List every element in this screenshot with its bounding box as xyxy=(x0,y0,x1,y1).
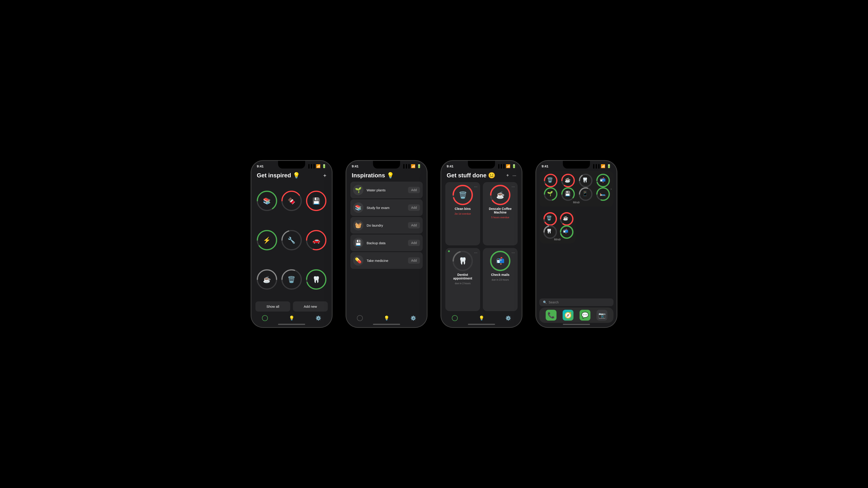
insp-icon-0: 🌱 xyxy=(353,185,364,195)
insp-label-1: Study for exam xyxy=(367,206,405,210)
habit-item-6[interactable]: ☕ xyxy=(255,261,278,298)
nav-bulb-3[interactable]: 💡 xyxy=(479,315,485,321)
habit-emoji-4: 🔧 xyxy=(287,236,296,244)
widget-item-widget-grid-large-2: 🦷 xyxy=(577,174,593,186)
nav-gear-1[interactable]: ⚙️ xyxy=(315,315,321,321)
insp-add-btn-1[interactable]: Add xyxy=(408,204,420,211)
task-card-0[interactable]: ··· 🗑️ Clean bins 2w 1d overdue xyxy=(445,182,480,246)
insp-icon-3: 💾 xyxy=(353,238,364,248)
p3-dots-btn[interactable]: ··· xyxy=(513,173,516,178)
habit-emoji-7: 🗑️ xyxy=(287,276,296,283)
task-card-3[interactable]: ··· 📬 Check mails due in 23 hours xyxy=(483,248,518,311)
widget-emoji-widget-grid-large-2: 🦷 xyxy=(582,177,588,183)
habit-item-3[interactable]: ⚡ xyxy=(255,221,278,259)
widget-item-widget-grid-large-3: 📬 xyxy=(595,174,611,186)
widget-large-label: Mindr xyxy=(542,201,611,204)
widget-small[interactable]: 🗑️ ☕ 🦷 📬 Mindr xyxy=(539,210,576,243)
time-2: 9:41 xyxy=(352,164,359,168)
wifi-icon-1: 📶 xyxy=(316,164,320,168)
task-menu-2[interactable]: ··· xyxy=(474,250,477,255)
p3-plus-btn[interactable]: + xyxy=(506,173,509,178)
widget-large[interactable]: 🗑️ ☕ 🦷 📬 🌱 💾 📱 🛏️ › Mindr xyxy=(539,171,614,207)
inspiration-item-1: 📚 Study for exam Add xyxy=(350,199,423,216)
habit-item-5[interactable]: 🚗 xyxy=(305,221,328,259)
widget-circle-widget-grid-large-1: ☕ xyxy=(561,174,574,186)
habit-grid: 📚 🍫 💾 ⚡ 🔧 🚗 ☕ 🗑️ 🦷 xyxy=(251,181,332,300)
widget-emoji-widget-grid-small-3: 📬 xyxy=(563,229,568,234)
widget-chevron[interactable]: › xyxy=(611,187,612,191)
insp-add-btn-4[interactable]: Add xyxy=(408,257,420,264)
dock-safari-icon[interactable]: 🧭 xyxy=(563,310,574,321)
nav-gear-2[interactable]: ⚙️ xyxy=(410,315,416,321)
widget-circle-widget-grid-large-row2-1: 💾 xyxy=(561,187,574,200)
search-bar[interactable]: 🔍 Search xyxy=(539,298,614,306)
nav-home-2[interactable] xyxy=(357,315,363,321)
insp-add-btn-3[interactable]: Add xyxy=(408,240,420,246)
insp-add-btn-0[interactable]: Add xyxy=(408,187,420,193)
screen-1: Get inspired 💡 + 📚 🍫 💾 ⚡ 🔧 🚗 ☕ 🗑️ 🦷 Show… xyxy=(251,170,332,313)
signal-icon-3: ▐▐▐ xyxy=(497,164,504,168)
home-indicator-1 xyxy=(278,324,305,325)
nav-bulb-2[interactable]: 💡 xyxy=(384,315,390,321)
widget-circle-widget-grid-large-2: 🦷 xyxy=(579,174,592,186)
notch-4 xyxy=(563,161,590,168)
widget-circle-widget-grid-small-3: 📬 xyxy=(560,225,572,237)
insp-add-btn-2[interactable]: Add xyxy=(408,222,420,228)
notch-1 xyxy=(278,161,305,168)
inspiration-item-4: 💊 Take medicine Add xyxy=(350,252,423,269)
status-icons-2: ▐▐▐ 📶 🔋 xyxy=(402,164,421,168)
p1-action-buttons: Show all Add new xyxy=(251,300,332,313)
nav-home-3[interactable] xyxy=(452,315,458,321)
widget-circle-widget-grid-large-row2-2: 📱 xyxy=(579,187,592,200)
habit-item-1[interactable]: 🍫 xyxy=(280,182,303,220)
phone-3: 9:41 ▐▐▐ 📶 🔋 Get stuff done 😐 + ··· ··· … xyxy=(441,160,522,328)
inspiration-item-3: 💾 Backup data Add xyxy=(350,234,423,251)
insp-label-2: Do laundry xyxy=(367,223,405,227)
nav-gear-3[interactable]: ⚙️ xyxy=(505,315,511,321)
widget-emoji-widget-grid-large-row2-3: 🛏️ xyxy=(600,191,606,197)
p1-plus-btn[interactable]: + xyxy=(323,172,327,179)
habit-item-7[interactable]: 🗑️ xyxy=(280,261,303,298)
status-icons-4: ▐▐▐ 📶 🔋 xyxy=(592,164,611,168)
habit-item-0[interactable]: 📚 xyxy=(255,182,278,220)
widget-item-widget-grid-large-row2-0: 🌱 xyxy=(542,187,558,200)
inspiration-list: 🌱 Water plants Add 📚 Study for exam Add … xyxy=(346,182,427,313)
dock-messages-icon[interactable]: 💬 xyxy=(580,310,590,321)
p3-action-icons: + ··· xyxy=(506,173,516,178)
task-menu-0[interactable]: ··· xyxy=(474,184,477,189)
search-placeholder: Search xyxy=(549,300,559,304)
phone-1: 9:41 ▐▐▐ 📶 🔋 Get inspired 💡 + 📚 🍫 💾 ⚡ 🔧 … xyxy=(251,160,332,328)
widget-emoji-widget-grid-large-1: ☕ xyxy=(565,177,571,183)
task-emoji-3: 📬 xyxy=(496,257,504,265)
task-menu-1[interactable]: ··· xyxy=(512,184,515,189)
habit-emoji-6: ☕ xyxy=(263,276,271,283)
widget-emoji-widget-grid-small-2: 🦷 xyxy=(546,229,552,234)
dock-camera-icon[interactable]: 📷 xyxy=(596,310,608,321)
dock-phone-icon[interactable]: 📞 xyxy=(546,310,557,321)
dock: 📞 🧭 💬 📷 xyxy=(539,307,614,323)
habit-item-2[interactable]: 💾 xyxy=(305,182,328,220)
widget-item-widget-grid-small-0: 🗑️ xyxy=(541,212,557,224)
signal-icon-1: ▐▐▐ xyxy=(307,164,315,168)
task-sub-3: due in 23 hours xyxy=(492,278,509,281)
bottom-nav-2: 💡 ⚙️ xyxy=(346,313,427,323)
show-all-button[interactable]: Show all xyxy=(255,301,290,312)
nav-home-1[interactable] xyxy=(262,315,268,321)
task-card-2[interactable]: ··· 🦷 Dentist appointment due in 2 hours xyxy=(445,248,480,311)
task-menu-3[interactable]: ··· xyxy=(512,250,515,255)
task-card-1[interactable]: ··· ☕ Descale Coffee Machine 5 hours ove… xyxy=(483,182,518,246)
widget-item-widget-grid-large-row2-3: 🛏️ xyxy=(595,187,611,200)
habit-emoji-8: 🦷 xyxy=(312,276,320,283)
task-ring-3: 📬 xyxy=(490,251,510,271)
notch-2 xyxy=(373,161,400,168)
habit-item-8[interactable]: 🦷 xyxy=(305,261,328,298)
widget-item-widget-grid-small-3: 📬 xyxy=(558,225,573,237)
add-new-button[interactable]: Add new xyxy=(293,301,328,312)
habit-item-4[interactable]: 🔧 xyxy=(280,221,303,259)
nav-bulb-1[interactable]: 💡 xyxy=(289,315,294,321)
p4-screen: 🗑️ ☕ 🦷 📬 🌱 💾 📱 🛏️ › Mindr xyxy=(536,170,617,327)
wifi-icon-4: 📶 xyxy=(601,164,605,168)
p1-title: Get inspired 💡 xyxy=(257,172,300,179)
insp-label-0: Water plants xyxy=(367,188,405,192)
status-icons-3: ▐▐▐ 📶 🔋 xyxy=(497,164,516,168)
